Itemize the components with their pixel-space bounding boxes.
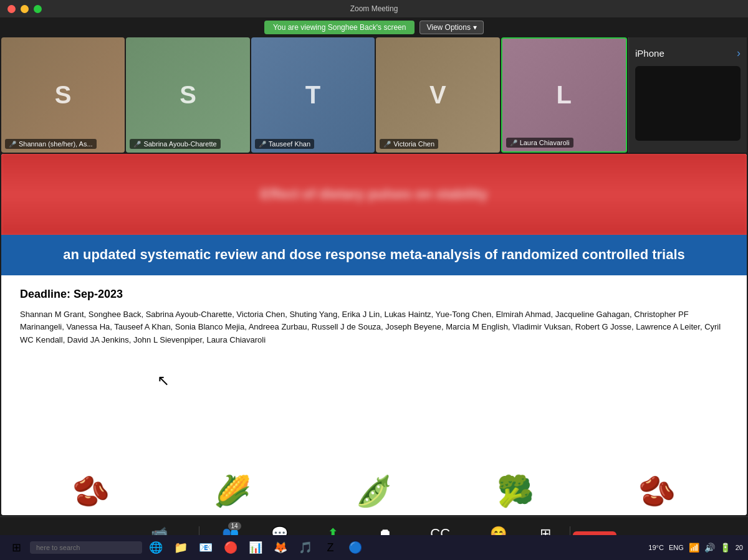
- shared-screen: Effect of dietary pulses on stability an…: [1, 154, 747, 515]
- veggie-icon-peapod: 🥦: [497, 474, 534, 509]
- taskbar-launcher-icon[interactable]: 🔴: [219, 538, 242, 558]
- mic-muted-icon: 🎤: [383, 141, 391, 148]
- participant-tile-shannan[interactable]: S 🎤 Shannan (she/her), As...: [1, 37, 125, 153]
- screen-share-notification: You are viewing Songhee Back's screen: [264, 21, 415, 34]
- screen-area: Effect of dietary pulses on stability an…: [0, 153, 748, 516]
- participant-tile-laura[interactable]: L 🎤 Laura Chiavaroli: [501, 37, 627, 153]
- taskbar-search-input[interactable]: [30, 541, 142, 554]
- taskbar-mail-icon[interactable]: 📧: [194, 538, 217, 558]
- taskbar-firefox-icon[interactable]: 🦊: [269, 538, 292, 558]
- iphone-panel[interactable]: iPhone ›: [628, 37, 747, 153]
- notification-text: You are viewing Songhee Back's screen: [273, 23, 406, 32]
- weather-temp: 19°C: [648, 544, 664, 551]
- mic-muted-icon: 🎤: [133, 141, 141, 148]
- iphone-preview: [635, 66, 741, 141]
- taskbar-volume-icon: 🔊: [704, 543, 715, 553]
- participants-strip: S 🎤 Shannan (she/her), As... S 🎤 Sabrina…: [0, 37, 748, 153]
- veggie-row: 🫘 🌽 🫛 🥦 🫘: [1, 465, 747, 515]
- taskbar-edge-icon[interactable]: 🌐: [145, 538, 167, 558]
- iphone-chevron-icon[interactable]: ›: [737, 47, 741, 60]
- mic-muted-icon: 🎤: [510, 140, 517, 146]
- participant-label-sabrina: 🎤 Sabrina Ayoub-Charette: [130, 139, 220, 149]
- taskbar-time: 20: [736, 544, 743, 551]
- taskbar-explorer-icon[interactable]: 📁: [170, 538, 192, 558]
- iphone-panel-title: iPhone: [635, 48, 664, 59]
- participant-avatar-shannan: S: [1, 37, 125, 153]
- participant-name-victoria: Victoria Chen: [393, 140, 434, 148]
- participant-name-sabrina: Sabrina Ayoub-Charette: [143, 140, 216, 148]
- zoom-window: You are viewing Songhee Back's screen Vi…: [0, 17, 748, 560]
- window-controls[interactable]: [7, 5, 42, 13]
- taskbar-spotify-icon[interactable]: 🎵: [294, 538, 317, 558]
- slide-content: Deadline: Sep-2023 Shannan M Grant, Song…: [1, 275, 747, 465]
- veggie-icon-peas: 🫛: [355, 474, 393, 509]
- slide-subtitle-text: an updated systematic review and dose re…: [26, 246, 722, 264]
- taskbar-chrome-icon[interactable]: 🔵: [344, 538, 367, 558]
- participant-label-shannan: 🎤 Shannan (she/her), As...: [5, 139, 97, 149]
- participant-tile-sabrina[interactable]: S 🎤 Sabrina Ayoub-Charette: [126, 37, 249, 153]
- windows-taskbar: ⊞ 🌐 📁 📧 🔴 📊 🦊 🎵 Z 🔵 19°C ENG 📶 🔊 🔋 20: [0, 535, 748, 560]
- slide-authors: Shannan M Grant, Songhee Back, Sabrina A…: [20, 308, 728, 347]
- participant-label-laura: 🎤 Laura Chiavaroli: [506, 138, 573, 148]
- participant-avatar-tauseef: T: [251, 37, 375, 153]
- veggie-icon-corn: 🌽: [214, 474, 251, 509]
- taskbar-network-icon: 📶: [689, 543, 699, 553]
- participant-avatar-sabrina: S: [126, 37, 249, 153]
- screenshare-bar: You are viewing Songhee Back's screen Vi…: [0, 17, 748, 37]
- mic-muted-icon: 🎤: [259, 141, 266, 148]
- taskbar-start-button[interactable]: ⊞: [5, 538, 27, 558]
- participant-tile-tauseef[interactable]: T 🎤 Tauseef Khan: [251, 37, 375, 153]
- fullscreen-button[interactable]: [34, 5, 42, 13]
- taskbar-lang: ENG: [669, 544, 684, 551]
- veggie-icon-lentils: 🫘: [638, 474, 676, 509]
- participant-label-victoria: 🎤 Victoria Chen: [380, 139, 438, 149]
- window-title: Zoom Meeting: [350, 4, 398, 13]
- participant-tile-victoria[interactable]: V 🎤 Victoria Chen: [376, 37, 499, 153]
- participant-name-laura: Laura Chiavaroli: [520, 139, 570, 146]
- participant-name-tauseef: Tauseef Khan: [269, 140, 310, 148]
- taskbar-zoom-icon[interactable]: Z: [319, 538, 342, 558]
- minimize-button[interactable]: [21, 5, 29, 13]
- veggie-icon-beans: 🫘: [72, 474, 110, 509]
- participant-label-tauseef: 🎤 Tauseef Khan: [255, 139, 314, 149]
- taskbar-battery-icon: 🔋: [720, 543, 731, 553]
- participants-count-badge: 14: [228, 522, 241, 530]
- iphone-panel-row: iPhone ›: [635, 47, 741, 60]
- participant-avatar-victoria: V: [376, 37, 499, 153]
- slide-blurred-title-area: Effect of dietary pulses on stability: [1, 154, 747, 235]
- taskbar-powerpoint-icon[interactable]: 📊: [244, 538, 267, 558]
- taskbar-right-tray: 19°C ENG 📶 🔊 🔋 20: [648, 543, 743, 553]
- slide-subtitle-bar: an updated systematic review and dose re…: [1, 235, 747, 275]
- mic-muted-icon: 🎤: [9, 141, 16, 148]
- slide-deadline: Deadline: Sep-2023: [20, 288, 728, 301]
- view-options-button[interactable]: View Options ▾: [420, 21, 483, 34]
- participant-avatar-laura: L: [502, 39, 626, 151]
- title-bar: Zoom Meeting: [0, 0, 748, 17]
- slide-blurred-title-text: Effect of dietary pulses on stability: [248, 186, 500, 202]
- participant-name-shannan: Shannan (she/her), As...: [19, 140, 93, 148]
- close-button[interactable]: [7, 5, 16, 13]
- view-options-chevron-icon: ▾: [473, 23, 477, 32]
- view-options-label: View Options: [426, 23, 470, 32]
